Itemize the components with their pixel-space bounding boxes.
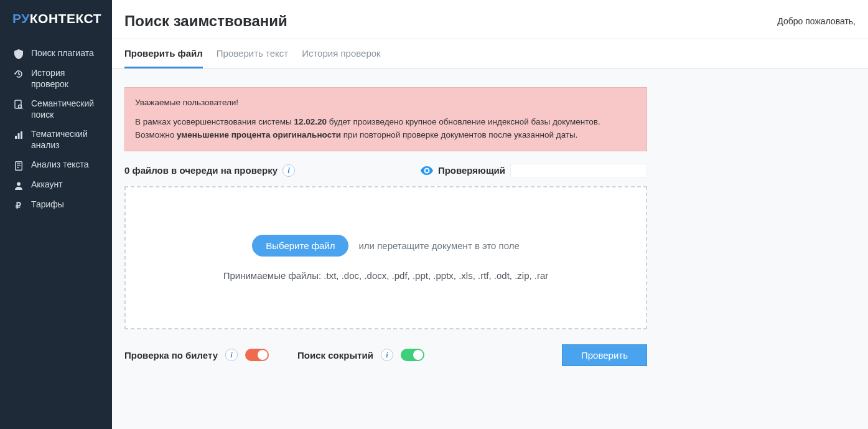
document-icon: [14, 161, 24, 171]
sidebar-item-label: Анализ текста: [31, 159, 89, 171]
sidebar-item-thematic[interactable]: Тематический анализ: [0, 125, 112, 155]
history-icon: [14, 69, 24, 79]
page-title: Поиск заимствований: [124, 12, 287, 30]
alert-text: при повторной проверке документов после …: [341, 130, 577, 139]
sidebar-item-label: Семантический поиск: [31, 98, 103, 120]
svg-point-12: [426, 169, 429, 172]
alert-greeting: Уважаемые пользователи!: [135, 97, 637, 110]
queue-count: 0 файлов в очереди на проверку i: [124, 164, 295, 177]
info-icon[interactable]: i: [381, 349, 393, 361]
queue-count-text: 0 файлов в очереди на проверку: [124, 165, 278, 176]
chart-icon: [14, 130, 24, 140]
alert-line1: В рамках усовершенствования системы 12.0…: [135, 116, 637, 129]
file-dropzone[interactable]: Выберите файл или перетащите документ в …: [124, 186, 647, 329]
tab-check-text[interactable]: Проверить текст: [217, 39, 288, 68]
svg-text:₽: ₽: [16, 201, 21, 210]
user-icon: [14, 181, 24, 191]
ruble-icon: ₽: [14, 200, 24, 210]
alert-text: В рамках усовершенствования системы: [135, 117, 294, 126]
eye-icon: [421, 166, 433, 175]
info-icon[interactable]: i: [282, 164, 295, 177]
dropzone-formats: Принимаемые файлы: .txt, .doc, .docx, .p…: [223, 270, 549, 281]
queue-row: 0 файлов в очереди на проверку i Проверя…: [124, 164, 647, 177]
tabs: Проверить файл Проверить текст История п…: [112, 39, 868, 68]
alert-box: Уважаемые пользователи! В рамках усоверш…: [124, 87, 647, 151]
shield-icon: [14, 49, 24, 59]
svg-rect-4: [18, 133, 20, 139]
reviewer-value: [510, 164, 647, 177]
reviewer: Проверяющий: [421, 164, 647, 177]
controls-row: Проверка по билету i Поиск сокрытий i Пр…: [124, 344, 647, 366]
sidebar-item-label: Тематический анализ: [31, 129, 103, 151]
logo-prefix: РУ: [12, 11, 30, 26]
alert-bold: уменьшение процента оригинальности: [177, 130, 341, 139]
svg-rect-5: [21, 131, 22, 139]
sidebar-item-history[interactable]: История проверок: [0, 64, 112, 94]
sidebar-item-account[interactable]: Аккаунт: [0, 175, 112, 195]
sidebar-item-label: История проверок: [31, 68, 103, 90]
hidden-search-label: Поиск сокрытий: [297, 350, 373, 361]
sidebar: РУКОНТЕКСТ Поиск плагиата История провер…: [0, 0, 112, 429]
welcome-text: Добро пожаловать,: [777, 16, 856, 26]
content: Уважаемые пользователи! В рамках усоверш…: [112, 68, 868, 429]
dropzone-hint: или перетащите документ в это поле: [358, 240, 519, 251]
ticket-check-label: Проверка по билету: [124, 350, 218, 361]
main: Поиск заимствований Добро пожаловать, Пр…: [112, 0, 868, 429]
alert-text: Возможно: [135, 130, 177, 139]
check-button[interactable]: Проверить: [562, 344, 647, 366]
logo-suffix: КОНТЕКСТ: [30, 11, 101, 26]
ticket-check-toggle[interactable]: [245, 349, 269, 361]
alert-text: будет произведено крупное обновление инд…: [327, 117, 600, 126]
svg-point-10: [17, 182, 21, 186]
tab-check-history[interactable]: История проверок: [302, 39, 381, 68]
reviewer-label: Проверяющий: [438, 165, 505, 176]
sidebar-item-label: Поиск плагиата: [31, 48, 94, 59]
sidebar-item-label: Тарифы: [31, 199, 64, 210]
sidebar-item-text-analysis[interactable]: Анализ текста: [0, 155, 112, 175]
alert-line2: Возможно уменьшение процента оригинально…: [135, 129, 637, 142]
info-icon[interactable]: i: [225, 349, 238, 361]
tab-check-file[interactable]: Проверить файл: [124, 39, 203, 68]
choose-file-button[interactable]: Выберите файл: [252, 235, 348, 257]
sidebar-item-semantic[interactable]: Семантический поиск: [0, 94, 112, 125]
header: Поиск заимствований Добро пожаловать,: [112, 0, 868, 39]
svg-line-2: [21, 108, 22, 109]
hidden-search-toggle[interactable]: [401, 349, 424, 361]
svg-rect-3: [15, 136, 17, 139]
alert-date: 12.02.20: [294, 117, 327, 126]
sidebar-item-tariffs[interactable]: ₽ Тарифы: [0, 195, 112, 215]
sidebar-item-plagiarism[interactable]: Поиск плагиата: [0, 44, 112, 64]
logo: РУКОНТЕКСТ: [0, 11, 112, 44]
search-doc-icon: [14, 100, 24, 110]
sidebar-item-label: Аккаунт: [31, 179, 63, 191]
